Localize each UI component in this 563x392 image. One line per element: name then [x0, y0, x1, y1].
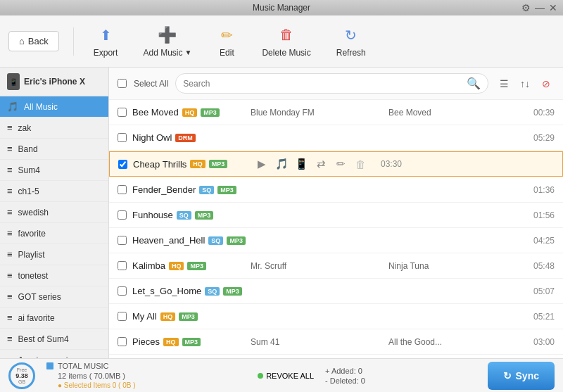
- song-name: Kalimba HQMP3: [132, 260, 245, 271]
- badge-drm: DRM: [175, 134, 196, 142]
- sidebar-item-label: ch1-5: [18, 186, 39, 196]
- sidebar-item-sum4[interactable]: ≡Sum4: [0, 160, 108, 181]
- row-checkbox[interactable]: [118, 185, 127, 194]
- music-row[interactable]: Heaven_and_Hell SQMP3 04:25: [109, 228, 563, 253]
- music-row[interactable]: My All HQMP3 05:21: [109, 304, 563, 329]
- export-button[interactable]: ⬆ Export: [88, 23, 124, 61]
- music-row[interactable]: Bee Moved HQMP3 Blue Monday FM Bee Moved…: [109, 100, 563, 125]
- song-name: Bee Moved HQMP3: [132, 107, 245, 118]
- sidebar-item-ch1-5[interactable]: ≡ch1-5: [0, 181, 108, 202]
- close-icon[interactable]: ✕: [549, 2, 557, 13]
- artist: Blue Monday FM: [251, 108, 383, 118]
- badge-mp3: MP3: [227, 236, 246, 245]
- music-icon: ≡: [7, 249, 13, 260]
- revoke-all-label: REVOKE ALL: [266, 372, 314, 380]
- badge-mp3: MP3: [201, 108, 220, 117]
- sidebar-item-tonetest[interactable]: ≡tonetest: [0, 265, 108, 286]
- music-row[interactable]: Let_s_Go_Home SQMP3 05:07: [109, 279, 563, 304]
- back-button[interactable]: ⌂ Back: [8, 31, 59, 51]
- duration: 03:00: [526, 337, 555, 347]
- select-all-checkbox[interactable]: [118, 79, 127, 88]
- device-button[interactable]: 📱: [293, 156, 309, 172]
- status-bar: Free 9.38 GB TOTAL MUSIC 12 items ( 70.0…: [0, 358, 563, 392]
- more-options-button[interactable]: ⊘: [538, 75, 555, 92]
- music-row[interactable]: Night Owl DRM 05:29: [109, 125, 563, 151]
- song-name: Funhouse SQMP3: [132, 210, 245, 220]
- sidebar-item-best-of-sum4[interactable]: ≡Best of Sum4: [0, 329, 108, 350]
- row-checkbox[interactable]: [118, 133, 127, 142]
- add-music-button[interactable]: ➕ Add Music ▼: [137, 23, 197, 61]
- song-name: Let_s_Go_Home SQMP3: [132, 286, 245, 296]
- add-to-list-button[interactable]: 🎵: [274, 156, 289, 172]
- row-checkbox[interactable]: [118, 236, 127, 245]
- sidebar-item-swedish[interactable]: ≡swedish: [0, 202, 108, 223]
- artist: Mr. Scruff: [251, 261, 383, 271]
- duration: 05:29: [526, 133, 555, 143]
- badge-sq: SQ: [205, 287, 220, 296]
- edit-row-button[interactable]: ✏: [333, 156, 348, 172]
- device-name: Eric's iPhone X: [24, 77, 85, 87]
- added-count: + Added: 0: [325, 367, 365, 375]
- row-checkbox[interactable]: [118, 108, 127, 117]
- row-checkbox[interactable]: [118, 210, 127, 220]
- sidebar-item-playlist[interactable]: ≡Playlist: [0, 244, 108, 265]
- settings-icon[interactable]: ⚙: [521, 2, 531, 13]
- music-icon: ≡: [7, 270, 13, 281]
- minimize-icon[interactable]: —: [535, 2, 545, 13]
- song-name: Heaven_and_Hell SQMP3: [132, 235, 246, 246]
- sidebar-item-band[interactable]: ≡Band: [0, 139, 108, 160]
- badge-hq: HQ: [169, 262, 184, 270]
- sidebar-item-zak[interactable]: ≡zak: [0, 118, 108, 139]
- revoke-all[interactable]: REVOKE ALL: [258, 372, 314, 380]
- edit-button[interactable]: ✏ Edit: [211, 23, 242, 61]
- sidebar-item-jogging-music[interactable]: ≡Jogging music: [0, 350, 108, 358]
- total-music-icon: [46, 362, 53, 369]
- sidebar-item-got-series[interactable]: ≡GOT series: [0, 286, 108, 308]
- sidebar-item-label: tonetest: [18, 271, 49, 281]
- sort-button[interactable]: ↑↓: [517, 75, 533, 92]
- song-name: My All HQMP3: [132, 311, 245, 322]
- list-view-button[interactable]: ☰: [495, 75, 512, 92]
- selected-items: ● Selected Items 0 ( 0B ): [46, 381, 136, 389]
- title-bar: Music Manager ⚙ — ✕: [0, 0, 563, 15]
- row-checkbox[interactable]: [118, 160, 127, 169]
- edit-icon: ✏: [217, 25, 236, 45]
- row-checkbox[interactable]: [118, 312, 127, 321]
- items-count: 12 items ( 70.0MB ): [46, 372, 136, 380]
- sidebar-item-label: All Music: [24, 102, 58, 112]
- music-row[interactable]: Funhouse SQMP3 01:56: [109, 203, 563, 228]
- window-controls: ⚙ — ✕: [521, 2, 557, 13]
- duration: 00:39: [526, 108, 555, 118]
- delete-row-button[interactable]: 🗑: [353, 156, 368, 172]
- badge-sq: SQ: [199, 186, 214, 194]
- row-checkbox[interactable]: [118, 261, 127, 270]
- add-music-icon: ➕: [158, 25, 177, 45]
- badge-hq: HQ: [160, 312, 176, 321]
- music-icon: ≡: [7, 312, 13, 323]
- music-row[interactable]: Pieces HQMP3 Sum 41 All the Good... 03:0…: [109, 329, 563, 355]
- music-row[interactable]: Fender_Bender SQMP3 01:36: [109, 177, 563, 203]
- row-checkbox[interactable]: [118, 286, 127, 296]
- added-deleted: + Added: 0 - Deleted: 0: [325, 367, 365, 385]
- sidebar-item-all-music[interactable]: 🎵All Music: [0, 96, 108, 118]
- device-header: 📱 Eric's iPhone X: [0, 68, 108, 96]
- sidebar-item-favorite[interactable]: ≡favorite: [0, 223, 108, 244]
- badge-mp3: MP3: [209, 160, 228, 168]
- sidebar-item-ai-favorite[interactable]: ≡ai favorite: [0, 308, 108, 329]
- music-icon: ≡: [7, 144, 13, 154]
- sync-button[interactable]: ↻ Sync: [488, 362, 555, 390]
- main-toolbar: ⌂ Back ⬆ Export ➕ Add Music ▼ ✏ Edit 🗑 D…: [0, 15, 563, 68]
- search-input[interactable]: [183, 79, 463, 89]
- sidebar-item-label: Playlist: [18, 250, 45, 260]
- delete-music-button[interactable]: 🗑 Delete Music: [256, 23, 316, 61]
- content-toolbar: Select All 🔍 ☰ ↑↓ ⊘: [109, 68, 563, 100]
- dropdown-arrow: ▼: [184, 49, 191, 56]
- row-checkbox[interactable]: [118, 337, 127, 346]
- export-row-button[interactable]: ⇄: [313, 156, 329, 172]
- badge-hq: HQ: [190, 160, 205, 168]
- music-row[interactable]: Kalimba HQMP3 Mr. Scruff Ninja Tuna 05:4…: [109, 253, 563, 279]
- play-button[interactable]: ▶: [254, 156, 270, 172]
- music-row[interactable]: Cheap Thrills HQMP3 ▶ 🎵 📱 ⇄ ✏ 🗑 03:30: [109, 151, 563, 177]
- refresh-button[interactable]: ↻ Refresh: [331, 23, 372, 61]
- badge-mp3: MP3: [217, 186, 236, 194]
